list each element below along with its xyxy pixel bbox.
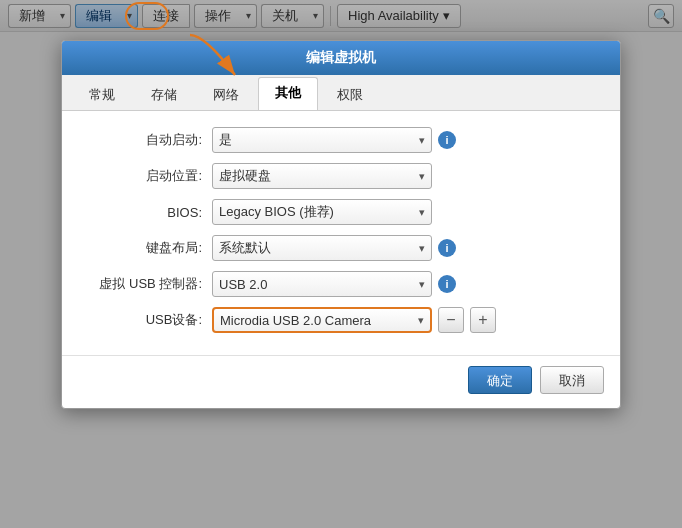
ok-button[interactable]: 确定 [468,366,532,394]
autostart-row: 自动启动: 是 ▾ i [82,127,600,153]
bootloc-label: 启动位置: [82,167,212,185]
keyboard-row: 键盘布局: 系统默认 ▾ i [82,235,600,261]
keyboard-label: 键盘布局: [82,239,212,257]
bootloc-row: 启动位置: 虚拟硬盘 ▾ [82,163,600,189]
autostart-control: 是 ▾ i [212,127,600,153]
modal-footer: 确定 取消 [62,355,620,408]
usb-device-select-arrow: ▾ [418,314,424,327]
usb-device-add-button[interactable]: + [470,307,496,333]
autostart-select[interactable]: 是 ▾ [212,127,432,153]
usb-ctrl-select[interactable]: USB 2.0 ▾ [212,271,432,297]
modal-overlay: 编辑虚拟机 常规 存储 网络 其他 权限 自动启动: 是 ▾ [0,0,682,528]
autostart-select-arrow: ▾ [419,134,425,147]
usb-device-row: USB设备: Microdia USB 2.0 Camera ▾ − + [82,307,600,333]
tab-network[interactable]: 网络 [196,79,256,110]
bios-row: BIOS: Legacy BIOS (推荐) ▾ [82,199,600,225]
bios-label: BIOS: [82,205,212,220]
usb-device-remove-button[interactable]: − [438,307,464,333]
bootloc-select[interactable]: 虚拟硬盘 ▾ [212,163,432,189]
tab-permissions[interactable]: 权限 [320,79,380,110]
keyboard-select-arrow: ▾ [419,242,425,255]
bios-select[interactable]: Legacy BIOS (推荐) ▾ [212,199,432,225]
bootloc-control: 虚拟硬盘 ▾ [212,163,600,189]
page-wrapper: 新增 ▾ 编辑 ▾ 连接 操作 ▾ 关机 ▾ High Availability… [0,0,682,528]
usb-ctrl-info-icon[interactable]: i [438,275,456,293]
keyboard-info-icon[interactable]: i [438,239,456,257]
bootloc-select-arrow: ▾ [419,170,425,183]
autostart-label: 自动启动: [82,131,212,149]
cancel-button[interactable]: 取消 [540,366,604,394]
tab-storage[interactable]: 存储 [134,79,194,110]
keyboard-select[interactable]: 系统默认 ▾ [212,235,432,261]
edit-vm-modal: 编辑虚拟机 常规 存储 网络 其他 权限 自动启动: 是 ▾ [61,40,621,409]
tab-other[interactable]: 其他 [258,77,318,110]
usb-device-label: USB设备: [82,311,212,329]
usb-device-control: Microdia USB 2.0 Camera ▾ − + [212,307,600,333]
modal-body: 自动启动: 是 ▾ i 启动位置: 虚拟硬盘 [62,111,620,355]
keyboard-control: 系统默认 ▾ i [212,235,600,261]
tab-general[interactable]: 常规 [72,79,132,110]
usb-ctrl-control: USB 2.0 ▾ i [212,271,600,297]
bios-control: Legacy BIOS (推荐) ▾ [212,199,600,225]
bios-select-arrow: ▾ [419,206,425,219]
usb-ctrl-label: 虚拟 USB 控制器: [82,275,212,293]
usb-ctrl-row: 虚拟 USB 控制器: USB 2.0 ▾ i [82,271,600,297]
autostart-info-icon[interactable]: i [438,131,456,149]
usb-ctrl-select-arrow: ▾ [419,278,425,291]
modal-tabs: 常规 存储 网络 其他 权限 [62,75,620,111]
modal-title: 编辑虚拟机 [62,41,620,75]
usb-device-select[interactable]: Microdia USB 2.0 Camera ▾ [212,307,432,333]
